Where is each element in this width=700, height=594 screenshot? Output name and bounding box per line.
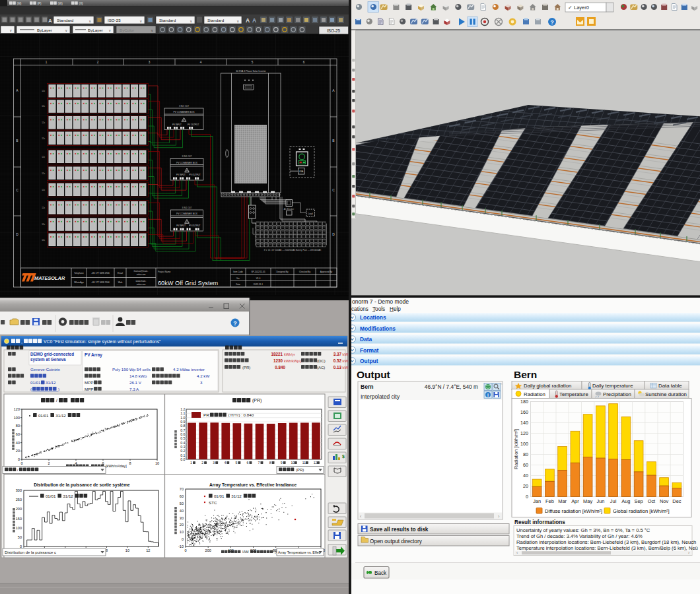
svg-text:MATESOLAR: MATESOLAR <box>34 275 65 281</box>
svg-text:0.13: 0.13 <box>333 365 342 370</box>
svg-text:3 IN/1 OUT: 3 IN/1 OUT <box>182 207 192 209</box>
svg-text:Load: Load <box>308 213 312 215</box>
svg-text:12x: 12x <box>42 121 45 124</box>
svg-text:2: 2 <box>201 461 203 465</box>
svg-text:31/12: 31/12 <box>63 494 73 498</box>
svg-text:›: › <box>688 550 689 555</box>
svg-text:Modifications: Modifications <box>360 325 396 332</box>
svg-text:2: 2 <box>48 461 50 465</box>
svg-text:1.2: 1.2 <box>180 407 185 411</box>
svg-text:14.8 kWp: 14.8 kWp <box>129 374 147 378</box>
svg-text:ByLayer: ByLayer <box>37 28 52 32</box>
svg-text:kWh/yr: kWh/yr <box>284 352 295 356</box>
svg-text:0: 0 <box>526 494 528 500</box>
svg-text:ISO-25: ISO-25 <box>327 28 341 33</box>
svg-text:0.7: 0.7 <box>180 428 185 432</box>
svg-text:1: 1 <box>46 61 48 64</box>
svg-text:120: 120 <box>520 430 528 436</box>
svg-text:PV COMBINER BOX: PV COMBINER BOX <box>176 213 198 215</box>
svg-text:PV OUTPUT: PV OUTPUT <box>189 224 200 227</box>
svg-text:0: 0 <box>182 537 184 541</box>
svg-text:Output: Output <box>357 369 390 380</box>
svg-text:kW: kW <box>343 366 349 370</box>
svg-text:Sunshine duration: Sunshine duration <box>645 391 687 397</box>
svg-text:Approved By: Approved By <box>320 271 333 273</box>
svg-text:12x: 12x <box>42 207 45 209</box>
svg-text:40: 40 <box>180 509 184 513</box>
svg-text:Precipitation: Precipitation <box>603 391 631 397</box>
svg-text:Mar: Mar <box>558 498 567 504</box>
svg-text:3 IN/1 OUT: 3 IN/1 OUT <box>179 105 189 108</box>
svg-text:12: 12 <box>314 461 318 465</box>
svg-text:Radiation [kWh/m²]: Radiation [kWh/m²] <box>513 429 519 469</box>
svg-text:): ) <box>58 387 59 391</box>
svg-text:0.52: 0.52 <box>333 358 342 363</box>
svg-text:Help: Help <box>390 306 401 312</box>
svg-text:Project Name: Project Name <box>158 271 171 273</box>
svg-text:01/01: 01/01 <box>46 494 56 498</box>
svg-text:Open output directory: Open output directory <box>370 539 423 544</box>
svg-text:Array Temperature vs. Effec: Array Temperature vs. Effec <box>278 550 321 554</box>
svg-text:i: i <box>487 393 489 397</box>
svg-text:120: 120 <box>14 407 20 411</box>
svg-text:A: A <box>246 17 250 24</box>
svg-text:Output: Output <box>360 358 378 364</box>
svg-text:May: May <box>583 498 592 504</box>
svg-text:0: 0 <box>184 548 186 552</box>
svg-text:01/01: 01/01 <box>38 413 49 418</box>
svg-text:WhatsApp: WhatsApp <box>74 281 84 284</box>
svg-text:2022-11-1: 2022-11-1 <box>254 283 263 286</box>
svg-text:Distribution de la puissance c: Distribution de la puissance c <box>5 550 56 554</box>
svg-text:18221: 18221 <box>271 352 283 356</box>
svg-text:2: 2 <box>97 61 99 64</box>
svg-text:(M): (M) <box>17 2 22 5</box>
svg-text:AC Breaker: AC Breaker <box>284 208 295 211</box>
svg-text:60: 60 <box>180 494 184 498</box>
svg-text:7.3 A: 7.3 A <box>129 387 139 391</box>
svg-text:A: A <box>48 18 52 24</box>
svg-text:0.0: 0.0 <box>180 457 185 461</box>
svg-text:3: 3 <box>213 461 215 465</box>
svg-text:Item Code: Item Code <box>233 271 243 273</box>
svg-text:20: 20 <box>16 449 20 453</box>
svg-text:(PR): (PR) <box>242 366 250 370</box>
svg-text:8: 8 <box>269 461 271 465</box>
svg-text:‹: ‹ <box>516 550 518 555</box>
svg-text:5: 5 <box>252 61 254 64</box>
svg-text:200: 200 <box>16 507 22 511</box>
svg-text:thomas@mate-: thomas@mate- <box>134 270 149 273</box>
svg-text:60: 60 <box>523 462 528 468</box>
svg-text:Tools: Tools <box>372 306 385 312</box>
svg-text:10: 10 <box>291 461 295 465</box>
svg-text:Daily global radiation: Daily global radiation <box>524 383 571 389</box>
svg-text:9: 9 <box>281 461 283 465</box>
svg-text:0.3: 0.3 <box>180 445 185 449</box>
svg-text:$: $ <box>342 454 345 459</box>
svg-text:12x: 12x <box>42 239 45 242</box>
svg-text:kW: kW <box>343 352 349 356</box>
svg-text:200: 200 <box>205 548 211 552</box>
svg-text:www.mate-: www.mate- <box>136 280 147 282</box>
svg-text:(W): (W) <box>58 2 63 5</box>
svg-text:PV COMBINER BOX: PV COMBINER BOX <box>176 162 198 164</box>
svg-text:4.2 kWac inverter: 4.2 kWac inverter <box>173 367 205 372</box>
svg-text:0.840: 0.840 <box>275 365 285 370</box>
svg-text:Geneve-Cointrin: Geneve-Cointrin <box>30 367 61 372</box>
svg-text:12x: 12x <box>42 223 45 226</box>
svg-text:C: C <box>332 188 335 192</box>
svg-text:12x: 12x <box>42 90 45 92</box>
svg-text:-10: -10 <box>178 544 184 548</box>
svg-text:4.2 kW: 4.2 kW <box>197 374 209 378</box>
svg-text:12x: 12x <box>42 137 45 140</box>
svg-text:+86 177 5698 2906: +86 177 5698 2906 <box>91 272 110 275</box>
svg-text:01/01: 01/01 <box>214 494 225 498</box>
svg-text:(AC): (AC) <box>317 366 325 370</box>
svg-text:Daily temperature: Daily temperature <box>592 383 633 389</box>
svg-text:1.0: 1.0 <box>180 416 185 420</box>
svg-text:V1.0: V1.0 <box>256 277 261 280</box>
svg-text:80: 80 <box>16 424 20 428</box>
svg-text:0: 0 <box>18 457 20 461</box>
svg-text:Uncertainty of yearly values:: Uncertainty of yearly values: Gh = 3%, B… <box>516 527 650 533</box>
svg-text:Nov: Nov <box>660 498 668 504</box>
svg-text:Email: Email <box>118 272 123 275</box>
